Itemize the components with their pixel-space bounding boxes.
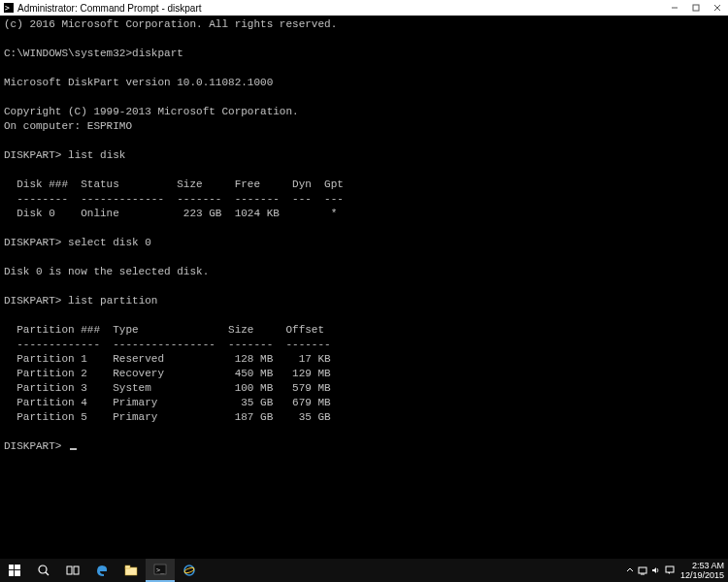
part-row: Partition 2 Recovery 450 MB 129 MB xyxy=(4,368,331,379)
select-msg: Disk 0 is now the selected disk. xyxy=(4,266,209,277)
version-line: Microsoft DiskPart version 10.0.11082.10… xyxy=(4,77,273,88)
cmd-icon: > xyxy=(4,3,14,13)
clock[interactable]: 2:53 AM 12/19/2015 xyxy=(680,561,724,580)
svg-text:>: > xyxy=(5,4,10,13)
titlebar[interactable]: > Administrator: Command Prompt - diskpa… xyxy=(0,0,728,16)
taskbar-left: >_ xyxy=(0,559,204,582)
disk-sep: -------- ------------- ------- ------- -… xyxy=(4,193,344,205)
svg-rect-12 xyxy=(67,566,72,574)
volume-icon[interactable] xyxy=(651,566,661,575)
part-header: Partition ### Type Size Offset xyxy=(4,324,324,336)
disk-row: Disk 0 Online 223 GB 1024 KB * xyxy=(4,208,337,219)
cmd-list-partition: list partition xyxy=(68,295,157,307)
search-button[interactable] xyxy=(29,559,58,582)
task-view-button[interactable] xyxy=(58,559,87,582)
svg-rect-23 xyxy=(666,566,674,572)
svg-rect-8 xyxy=(9,570,14,576)
svg-rect-13 xyxy=(74,566,79,574)
taskbar-right: 2:53 AM 12/19/2015 xyxy=(626,559,728,582)
svg-rect-3 xyxy=(693,5,699,11)
ie-button[interactable] xyxy=(175,559,204,582)
disk-header: Disk ### Status Size Free Dyn Gpt xyxy=(4,178,344,190)
file-explorer-button[interactable] xyxy=(116,559,146,582)
terminal-output[interactable]: (c) 2016 Microsoft Corporation. All righ… xyxy=(0,16,728,559)
cmd-select-disk: select disk 0 xyxy=(68,237,151,248)
svg-rect-7 xyxy=(15,565,20,569)
svg-rect-20 xyxy=(639,567,646,573)
maximize-button[interactable] xyxy=(685,0,707,16)
window-title: Administrator: Command Prompt - diskpart xyxy=(17,3,664,14)
command-prompt-window: > Administrator: Command Prompt - diskpa… xyxy=(0,0,728,559)
window-controls xyxy=(664,0,728,16)
computer-line: On computer: ESPRIMO xyxy=(4,120,132,132)
dp-prompt: DISKPART> xyxy=(4,295,61,307)
svg-marker-22 xyxy=(652,567,656,573)
svg-rect-6 xyxy=(9,565,14,569)
svg-rect-15 xyxy=(125,566,130,568)
svg-rect-9 xyxy=(15,570,20,576)
dp-prompt: DISKPART> xyxy=(4,440,61,452)
cmd-list-disk: list disk xyxy=(68,149,125,161)
part-row: Partition 5 Primary 187 GB 35 GB xyxy=(4,411,331,423)
dp-prompt: DISKPART> xyxy=(4,237,61,248)
part-row: Partition 1 Reserved 128 MB 17 KB xyxy=(4,353,331,365)
start-button[interactable] xyxy=(0,559,29,582)
system-tray[interactable] xyxy=(626,566,675,575)
tray-chevron-up-icon[interactable] xyxy=(626,566,634,574)
copyright-line: (c) 2016 Microsoft Corporation. All righ… xyxy=(4,18,337,30)
clock-date: 12/19/2015 xyxy=(680,570,724,580)
svg-marker-24 xyxy=(668,572,670,574)
edge-button[interactable] xyxy=(87,559,116,582)
prompt-path: C:\WINDOWS\system32> xyxy=(4,48,132,59)
cmd-diskpart: diskpart xyxy=(132,48,183,59)
svg-point-10 xyxy=(39,566,47,573)
part-sep: ------------- ---------------- ------- -… xyxy=(4,339,331,350)
minimize-button[interactable] xyxy=(664,0,685,16)
svg-line-11 xyxy=(46,572,49,575)
part-row: Partition 4 Primary 35 GB 679 MB xyxy=(4,397,331,408)
part-row: Partition 3 System 100 MB 579 MB xyxy=(4,382,331,394)
cursor xyxy=(70,448,77,450)
close-button[interactable] xyxy=(707,0,728,16)
clock-time: 2:53 AM xyxy=(680,561,724,570)
network-icon[interactable] xyxy=(638,566,647,575)
copyright2: Copyright (C) 1999-2013 Microsoft Corpor… xyxy=(4,106,299,117)
svg-text:>_: >_ xyxy=(156,566,165,574)
action-center-icon[interactable] xyxy=(665,566,675,575)
taskbar[interactable]: >_ 2:53 AM 12/19/2015 xyxy=(0,559,728,582)
dp-prompt: DISKPART> xyxy=(4,149,61,161)
cmd-taskbar-button[interactable]: >_ xyxy=(146,559,175,582)
